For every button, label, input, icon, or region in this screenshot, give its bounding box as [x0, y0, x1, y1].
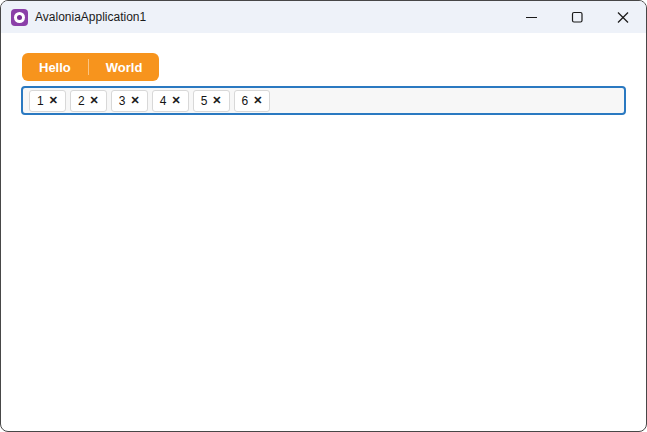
chip-4: 4 ✕	[152, 90, 189, 112]
chip-1: 1 ✕	[29, 90, 66, 112]
close-icon	[600, 1, 646, 33]
tab-world[interactable]: World	[89, 53, 160, 81]
avalonia-logo-dot	[17, 15, 22, 20]
chip-6: 6 ✕	[234, 90, 271, 112]
chip-close-button[interactable]: ✕	[131, 95, 140, 106]
chip-close-button[interactable]: ✕	[171, 95, 180, 106]
chip-label: 6	[242, 95, 249, 107]
titlebar[interactable]: AvaloniaApplication1	[1, 1, 646, 33]
tags-input[interactable]: 1 ✕ 2 ✕ 3 ✕ 4 ✕ 5 ✕ 6 ✕	[21, 86, 626, 115]
tab-strip: Hello World	[22, 53, 159, 81]
maximize-button[interactable]	[554, 1, 600, 33]
tab-world-label: World	[106, 60, 143, 75]
minimize-button[interactable]	[508, 1, 554, 33]
avalonia-logo-icon	[11, 9, 28, 26]
chip-close-button[interactable]: ✕	[253, 95, 262, 106]
chip-close-button[interactable]: ✕	[49, 95, 58, 106]
window-title: AvaloniaApplication1	[35, 10, 146, 24]
tab-hello-label: Hello	[39, 60, 71, 75]
chip-2: 2 ✕	[70, 90, 107, 112]
chip-label: 1	[37, 95, 44, 107]
app-window: AvaloniaApplication1 Hello Wo	[0, 0, 647, 432]
window-content: Hello World 1 ✕ 2 ✕ 3 ✕ 4 ✕	[1, 33, 646, 115]
chip-label: 3	[119, 95, 126, 107]
chip-label: 4	[160, 95, 167, 107]
chip-label: 5	[201, 95, 208, 107]
chip-label: 2	[78, 95, 85, 107]
maximize-icon	[554, 1, 600, 33]
close-button[interactable]	[600, 1, 646, 33]
tab-hello[interactable]: Hello	[22, 53, 88, 81]
chip-5: 5 ✕	[193, 90, 230, 112]
chip-close-button[interactable]: ✕	[90, 95, 99, 106]
avalonia-logo-ring	[14, 12, 25, 23]
chip-close-button[interactable]: ✕	[212, 95, 221, 106]
minimize-icon	[508, 1, 554, 33]
chip-3: 3 ✕	[111, 90, 148, 112]
